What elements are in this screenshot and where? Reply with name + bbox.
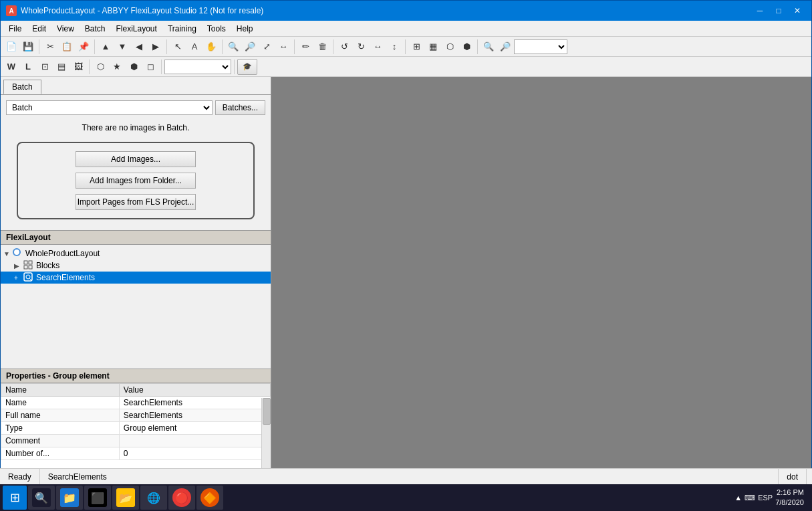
- menu-training[interactable]: Training: [162, 22, 202, 35]
- svg-line-6: [30, 279, 32, 281]
- taskbar-explorer-button[interactable]: 📁: [56, 486, 83, 510]
- root-label: WholeProductLayout: [25, 249, 100, 258]
- toolbar-zoom-width[interactable]: ↔: [275, 39, 291, 55]
- toolbar-sep-6: [333, 39, 333, 54]
- scrollbar-thumb[interactable]: [263, 398, 271, 425]
- menu-flexilayout[interactable]: FlexiLayout: [111, 22, 162, 35]
- tab-batch[interactable]: Batch: [3, 80, 41, 94]
- tree-area: ▼ WholeProductLayout ▶: [1, 245, 271, 369]
- toolbar-prev[interactable]: ◀: [131, 39, 147, 55]
- no-images-message: There are no images in Batch.: [6, 119, 265, 136]
- toolbar-star[interactable]: ★: [109, 59, 125, 75]
- properties-panel: Properties - Group element Name Value: [1, 369, 271, 484]
- taskbar: ⊞ 🔍 📁 ⬛ 📂 🌐 🔴 🔶 ▲ ⌨ ESP 2:16 PM 7/8/2020: [0, 484, 812, 511]
- toolbar-new[interactable]: 📄: [3, 39, 19, 55]
- toolbar-next[interactable]: ▶: [148, 39, 164, 55]
- toolbar-sep-9: [89, 60, 90, 74]
- toolbar-save[interactable]: 💾: [20, 39, 36, 55]
- toolbar-grid[interactable]: ▦: [425, 39, 441, 55]
- toolbar-edit[interactable]: ✏: [297, 39, 313, 55]
- prop-value-comment: [119, 435, 270, 447]
- toolbar-sep-2: [94, 39, 95, 54]
- toolbar-flip-h[interactable]: ↔: [370, 39, 386, 55]
- toolbar-delete[interactable]: 🗑: [314, 39, 330, 55]
- minimize-button[interactable]: ─: [751, 4, 769, 17]
- tray-lang: ESP: [758, 494, 773, 502]
- toolbar-paste[interactable]: 📌: [76, 39, 92, 55]
- taskbar-abbyy2-button[interactable]: 🔶: [196, 486, 223, 510]
- toolbar-up[interactable]: ▲: [98, 39, 114, 55]
- toolbar-sep-1: [39, 39, 39, 54]
- toolbar-zoom-plus[interactable]: 🔎: [497, 39, 513, 55]
- status-bar: Ready SearchElements dot: [0, 468, 812, 484]
- toolbar-cut[interactable]: ✂: [42, 39, 58, 55]
- tree-item-blocks[interactable]: ▶ Blocks: [1, 260, 271, 272]
- left-panel: Batch Batch Batches... There are no imag…: [1, 77, 271, 484]
- toolbar-table2[interactable]: ▤: [53, 59, 70, 75]
- toolbar-square[interactable]: ◻: [142, 59, 158, 75]
- taskbar-search-button[interactable]: 🔍: [28, 486, 55, 510]
- expand-blocks-icon[interactable]: ▶: [14, 262, 23, 270]
- taskbar-files-button[interactable]: 📂: [112, 486, 139, 510]
- toolbar-polygon[interactable]: ⬡: [92, 59, 108, 75]
- menu-tools[interactable]: Tools: [202, 22, 231, 35]
- tree-item-search-elements[interactable]: + SearchElements: [1, 272, 271, 284]
- toolbar-word[interactable]: W: [3, 59, 19, 75]
- tray-up-icon[interactable]: ▲: [734, 494, 742, 502]
- menu-help[interactable]: Help: [231, 22, 259, 35]
- toolbar-zoom-out[interactable]: 🔎: [242, 39, 258, 55]
- toolbar-graduation[interactable]: 🎓: [237, 59, 257, 75]
- toolbar-rotate-right[interactable]: ↻: [353, 39, 369, 55]
- add-images-folder-button[interactable]: Add Images from Folder...: [76, 173, 196, 189]
- toolbar-flip-v[interactable]: ↕: [386, 39, 402, 55]
- toolbar-region[interactable]: ⊡: [37, 59, 53, 75]
- col-name-header: Name: [1, 384, 120, 397]
- toolbar-table[interactable]: ⊞: [408, 39, 424, 55]
- toolbar-copy[interactable]: 📋: [59, 39, 75, 55]
- menu-edit[interactable]: Edit: [27, 22, 51, 35]
- restore-button[interactable]: □: [770, 4, 787, 17]
- menu-batch[interactable]: Batch: [80, 22, 111, 35]
- taskbar-chrome-button[interactable]: 🌐: [140, 486, 167, 510]
- toolbar-pointer[interactable]: ↖: [170, 39, 186, 55]
- toolbar-zoom-minus[interactable]: 🔍: [481, 39, 497, 55]
- menu-bar: File Edit View Batch FlexiLayout Trainin…: [1, 21, 811, 37]
- clock-time: 2:16 PM: [775, 488, 804, 498]
- menu-view[interactable]: View: [51, 22, 80, 35]
- start-button[interactable]: ⊞: [3, 486, 27, 510]
- expand-search-icon[interactable]: +: [14, 274, 23, 282]
- taskbar-abbyy-button[interactable]: 🔴: [168, 486, 195, 510]
- expand-root-icon[interactable]: ▼: [3, 250, 13, 258]
- svg-rect-3: [29, 266, 32, 269]
- batches-button[interactable]: Batches...: [215, 100, 265, 115]
- toolbar-sep-4: [222, 39, 223, 54]
- import-pages-button[interactable]: Import Pages from FLS Project...: [76, 194, 196, 210]
- abbyy2-icon: 🔶: [200, 488, 219, 507]
- toolbar-down[interactable]: ▼: [114, 39, 130, 55]
- toolbar-image[interactable]: 🖼: [70, 59, 86, 75]
- toolbar-extra1[interactable]: ⬡: [442, 39, 458, 55]
- add-images-button[interactable]: Add Images...: [76, 151, 196, 167]
- svg-rect-0: [24, 261, 27, 264]
- toolbar-hand[interactable]: ✋: [203, 39, 219, 55]
- batch-dropdown[interactable]: Batch: [6, 100, 213, 115]
- toolbar-zoom-region[interactable]: 🔍: [225, 39, 241, 55]
- toolbar-zoom-dropdown[interactable]: [514, 39, 567, 54]
- toolbar-rotate-left[interactable]: ↺: [336, 39, 352, 55]
- taskbar-terminal-button[interactable]: ⬛: [84, 486, 111, 510]
- toolbar-text[interactable]: A: [186, 39, 202, 55]
- toolbar-extra2[interactable]: ⬢: [458, 39, 475, 55]
- prop-name-fullname: Full name: [1, 409, 120, 422]
- toolbar-hex[interactable]: ⬢: [126, 59, 142, 75]
- tree-item-root[interactable]: ▼ WholeProductLayout: [1, 247, 271, 260]
- toolbar-line[interactable]: L: [20, 59, 36, 75]
- menu-file[interactable]: File: [3, 22, 27, 35]
- toolbar-sep-11: [234, 60, 235, 74]
- table-row: Full name SearchElements: [1, 409, 271, 422]
- toolbar-style-dropdown[interactable]: [164, 60, 231, 74]
- main-window: A WholeProductLayout - ABBYY FlexiLayout…: [0, 0, 812, 484]
- prop-value-type: Group element: [119, 422, 270, 435]
- close-button[interactable]: ✕: [789, 4, 806, 17]
- toolbar-zoom-fit[interactable]: ⤢: [259, 39, 275, 55]
- files-icon: 📂: [116, 488, 135, 507]
